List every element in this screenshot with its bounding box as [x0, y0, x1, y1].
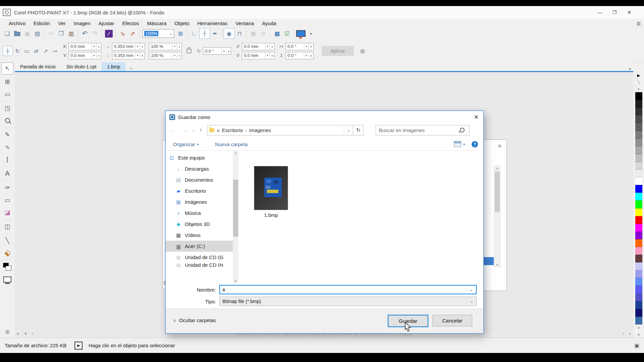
skew-mode-icon[interactable]: ⇄: [32, 46, 41, 56]
recent-locations-caret-icon[interactable]: ⌄: [191, 128, 196, 132]
checklist-icon[interactable]: ☑: [282, 28, 292, 39]
rectangle-tool[interactable]: ▭: [2, 194, 13, 206]
search-box[interactable]: [376, 125, 470, 135]
zoom-level-combo[interactable]: 100% ⌄: [143, 29, 174, 38]
palette-swatch[interactable]: [635, 193, 642, 200]
foreground-background-swatches[interactable]: [2, 261, 13, 273]
eraser-tool[interactable]: ◪: [2, 206, 13, 219]
rectangle-mask-tool[interactable]: ▭: [2, 88, 13, 100]
redo-icon[interactable]: ↷: [90, 28, 100, 39]
menu-edicion[interactable]: Edición: [30, 20, 54, 26]
save-icon[interactable]: ▣: [22, 28, 32, 39]
palette-swatch[interactable]: [635, 294, 642, 301]
palette-scroll-up-icon[interactable]: ∧: [633, 85, 644, 92]
width-spinner[interactable]: 0.353 mm▾▴: [112, 43, 145, 50]
refresh-icon[interactable]: ↻: [353, 125, 364, 135]
background-dialog-close-icon[interactable]: ✕: [497, 143, 502, 149]
tree-item-cd-drive-h[interactable]: ◎Unidad de CD (H: [166, 263, 233, 267]
help-icon[interactable]: ?: [472, 141, 478, 147]
file-name-input-wrap[interactable]: ⌄: [219, 285, 477, 294]
undo-icon[interactable]: ↶: [80, 28, 90, 39]
copy-icon[interactable]: ❐: [56, 28, 66, 39]
paint-tool[interactable]: ✎: [2, 128, 13, 141]
palette-swatch[interactable]: [635, 100, 642, 108]
organize-button[interactable]: Organizar▾: [169, 141, 203, 147]
rotate-mode-icon[interactable]: ↻: [13, 46, 22, 56]
address-caret-icon[interactable]: ⌄: [344, 125, 353, 135]
palette-swatch[interactable]: [635, 239, 642, 247]
new-document-icon[interactable]: ❏: [2, 28, 12, 39]
palette-swatch[interactable]: [635, 185, 642, 193]
menu-ver[interactable]: Ver: [54, 20, 70, 26]
tree-item-cd-drive-g[interactable]: ◎Unidad de CD (G: [166, 252, 233, 263]
menu-herramientas[interactable]: Herramientas: [193, 20, 231, 26]
palette-swatch[interactable]: [635, 216, 642, 224]
corel-launch-icon[interactable]: ∕: [104, 28, 114, 39]
print-icon[interactable]: ▤: [32, 28, 42, 39]
effect-tool[interactable]: ∿: [2, 141, 13, 153]
x-position-spinner[interactable]: 0.0 mm▾▴: [68, 43, 101, 50]
rulers-icon[interactable]: ∟: [189, 28, 199, 39]
text-tool[interactable]: A: [2, 167, 13, 180]
palette-more-icon[interactable]: »: [626, 331, 633, 336]
apply-button[interactable]: Aplicar: [322, 46, 354, 56]
palette-eyedropper-icon[interactable]: ╲: [633, 79, 644, 85]
zoom-to-fit-icon[interactable]: ⊞: [175, 28, 185, 39]
snapping-options-icon[interactable]: ✒: [210, 28, 220, 39]
skew-x-spinner[interactable]: 0.0 mm▾▴: [242, 43, 275, 50]
tree-item-videos[interactable]: ▦Vídeos: [166, 230, 233, 241]
tree-item-documentos[interactable]: ▤Documentos: [166, 174, 233, 185]
scale-x-spinner[interactable]: 100 %▾▴: [149, 43, 182, 50]
tab-scroll-right-icon[interactable]: ▸: [629, 66, 633, 71]
up-icon[interactable]: ↑: [196, 127, 205, 133]
proof-colors-icon[interactable]: [296, 28, 306, 39]
tree-item-descargas[interactable]: ↓Descargas: [166, 163, 233, 174]
palette-swatch[interactable]: [635, 200, 642, 208]
new-tab-button[interactable]: +: [125, 65, 137, 71]
mask-mode-icon[interactable]: ▦: [248, 28, 258, 39]
restore-button[interactable]: ❐: [607, 6, 622, 19]
object-transparency-tool[interactable]: ◫: [2, 220, 13, 233]
palette-swatch[interactable]: [635, 317, 642, 324]
menu-mascara[interactable]: Máscara: [143, 20, 171, 26]
palette-swatch[interactable]: [635, 131, 642, 139]
menu-objeto[interactable]: Objeto: [170, 20, 193, 26]
palette-swatch[interactable]: [635, 146, 642, 154]
hide-folders-button[interactable]: ∧ Ocultar carpetas: [173, 317, 216, 323]
breadcrumb-imagenes[interactable]: imagenes: [249, 127, 271, 133]
view-mode-caret-icon[interactable]: ▾: [461, 142, 467, 146]
file-type-select[interactable]: Bitmap file (*.bmp) ⌄: [219, 297, 477, 306]
palette-swatch[interactable]: [635, 255, 642, 262]
palette-swatch[interactable]: [635, 309, 642, 317]
tree-item-imagenes[interactable]: ▦Imágenes: [166, 196, 233, 207]
view-mode-icon[interactable]: [454, 141, 461, 147]
menu-ayuda[interactable]: Ayuda: [258, 20, 280, 26]
open-icon[interactable]: [12, 28, 22, 39]
forward-icon[interactable]: →: [179, 127, 191, 133]
menu-efectos[interactable]: Efectos: [118, 20, 143, 26]
palette-swatch[interactable]: [635, 301, 642, 309]
snap-crosshair-icon[interactable]: ┼: [199, 28, 210, 39]
palette-scroll-right-icon[interactable]: ›: [620, 331, 626, 336]
palette-options-icon[interactable]: ∗: [21, 331, 30, 336]
palette-swatch[interactable]: [635, 278, 642, 286]
palette-swatch[interactable]: [635, 208, 642, 216]
palette-play-icon[interactable]: ▸: [15, 331, 21, 336]
scale-y-spinner[interactable]: 100 %▾▴: [149, 52, 182, 59]
palette-swatch[interactable]: [635, 170, 642, 177]
proof-caret-icon[interactable]: ▾: [306, 28, 316, 39]
menu-imagen[interactable]: Imagen: [70, 20, 95, 26]
menu-archivo[interactable]: Archivo: [5, 20, 30, 26]
resize-grip[interactable]: ⋰: [478, 328, 482, 333]
address-bar[interactable]: « Escritorio › imagenes ⌄: [207, 125, 353, 135]
minimize-button[interactable]: —: [592, 6, 607, 19]
palette-swatch[interactable]: [635, 232, 642, 239]
show-object-marquee-icon[interactable]: ⊓: [234, 28, 245, 39]
file-name-input[interactable]: [220, 287, 470, 292]
search-input[interactable]: [376, 127, 460, 133]
screen-mode-icon[interactable]: [2, 273, 13, 286]
export-icon[interactable]: ⇗: [127, 28, 138, 39]
palette-swatch[interactable]: [635, 262, 642, 270]
palette-swatch[interactable]: [635, 139, 642, 146]
tree-item-este-equipo[interactable]: ⊡Este equipo: [166, 152, 233, 163]
